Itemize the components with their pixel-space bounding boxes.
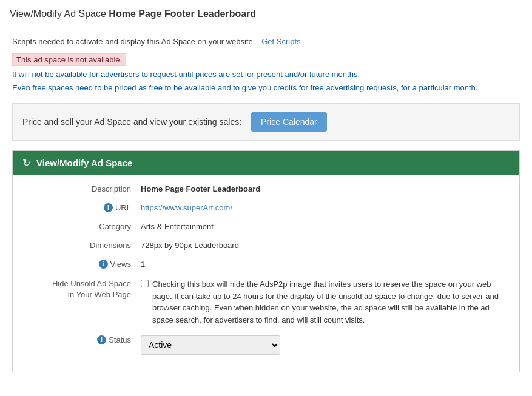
category-value: Arts & Entertainment (141, 221, 510, 231)
url-info-icon[interactable]: i (104, 203, 113, 212)
views-label: Views (110, 260, 131, 269)
hide-unsold-checkbox[interactable] (141, 280, 149, 287)
category-row: Category Arts & Entertainment (22, 221, 510, 231)
views-info-icon[interactable]: i (99, 260, 108, 269)
status-value: Active Inactive (141, 334, 510, 355)
card-body: Description Home Page Footer Leaderboard… (13, 175, 519, 372)
content-area: Scripts needed to activate and display t… (0, 27, 532, 382)
get-scripts-link[interactable]: Get Scripts (261, 37, 300, 46)
hide-unsold-description: Checking this box will hide the AdsP2p i… (152, 278, 510, 326)
status-select[interactable]: Active Inactive (141, 335, 280, 355)
description-row: Description Home Page Footer Leaderboard (22, 183, 510, 193)
card-header: ↻ View/Modify Ad Space (13, 151, 519, 175)
page-header: View/Modify Ad Space Home Page Footer Le… (0, 0, 532, 27)
scripts-notice: Scripts needed to activate and display t… (12, 37, 520, 46)
availability-section: This ad space is not available. It will … (12, 53, 520, 93)
price-calendar-button[interactable]: Price Calendar (251, 112, 327, 132)
page-title-prefix: View/Modify Ad Space (10, 8, 106, 19)
hide-unsold-row: Hide Unsold Ad Space In Your Web Page Ch… (22, 277, 510, 326)
unavailable-alert: This ad space is not available. (12, 53, 126, 66)
hide-unsold-value: Checking this box will hide the AdsP2p i… (141, 277, 510, 326)
card-header-title: View/Modify Ad Space (36, 158, 132, 168)
price-bar: Price and sell your Ad Space and view yo… (12, 103, 520, 141)
hide-unsold-label: Hide Unsold Ad Space In Your Web Page (22, 277, 141, 300)
status-row: i Status Active Inactive (22, 334, 510, 355)
views-row: i Views 1 (22, 258, 510, 269)
url-label-container: i URL (22, 202, 141, 212)
price-bar-label: Price and sell your Ad Space and view yo… (22, 117, 241, 127)
url-row: i URL https://www.superArt.com/ (22, 202, 510, 212)
status-label-container: i Status (22, 334, 141, 344)
description-label: Description (22, 183, 141, 193)
dimensions-value: 728px by 90px Leaderboard (141, 240, 510, 250)
url-link[interactable]: https://www.superArt.com/ (141, 203, 232, 212)
availability-info-line1: It will not be available for advertisers… (12, 69, 520, 81)
ad-space-card: ↻ View/Modify Ad Space Description Home … (12, 150, 520, 372)
availability-info-line2: Even free spaces need to be priced as fr… (12, 82, 520, 94)
views-label-container: i Views (22, 258, 141, 269)
scripts-notice-text: Scripts needed to activate and display t… (12, 37, 255, 46)
hide-unsold-checkbox-wrapper: Checking this box will hide the AdsP2p i… (141, 278, 510, 326)
category-label: Category (22, 221, 141, 231)
url-value: https://www.superArt.com/ (141, 202, 510, 212)
views-value: 1 (141, 258, 510, 269)
dimensions-label: Dimensions (22, 240, 141, 250)
page-title-main: Home Page Footer Leaderboard (109, 8, 256, 19)
refresh-icon: ↻ (22, 157, 30, 169)
dimensions-row: Dimensions 728px by 90px Leaderboard (22, 240, 510, 250)
status-info-icon[interactable]: i (97, 335, 106, 344)
status-label: Status (109, 335, 131, 344)
url-label: URL (115, 203, 131, 212)
description-value: Home Page Footer Leaderboard (141, 183, 510, 193)
